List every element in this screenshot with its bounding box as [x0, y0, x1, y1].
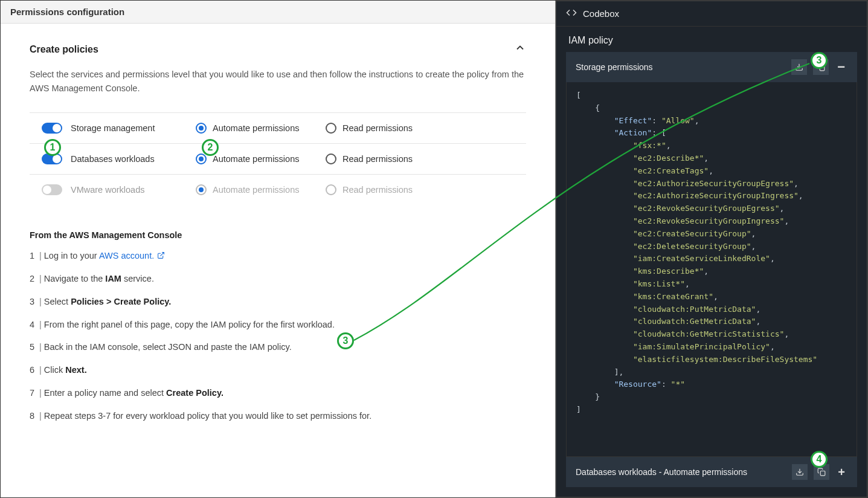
download-icon[interactable] [792, 464, 808, 480]
codebox-panel: Codebox IAM policy Storage permissions −… [556, 1, 867, 497]
svg-line-0 [161, 253, 164, 256]
instructions-list: 1|Log in to your AWS account. 2|Navigate… [30, 250, 526, 422]
section-label: Databases workloads - Automate permissio… [576, 467, 747, 477]
code-content: [ { "Effect": "Allow", "Action": [ "fsx:… [576, 89, 852, 416]
step-8: 8|Repeat steps 3-7 for every workload po… [30, 410, 526, 423]
external-link-icon [157, 250, 165, 258]
radio-automate[interactable] [196, 154, 207, 164]
codebox-header: Codebox [556, 1, 867, 27]
step-6: 6|Click Next. [30, 364, 526, 377]
radio-read[interactable] [326, 154, 336, 164]
radio-read[interactable] [326, 123, 336, 134]
copy-icon[interactable] [813, 59, 829, 75]
toggle-label: VMware workloads [71, 185, 145, 195]
section-label: Storage permissions [576, 62, 653, 72]
toggle-storage[interactable] [42, 123, 62, 134]
service-row-vmware: VMware workloads Automate permissions Re… [30, 174, 526, 205]
step-2: 2|Navigate to the IAM service. [30, 273, 526, 286]
radio-label: Automate permissions [213, 154, 299, 164]
collapse-icon[interactable] [514, 42, 526, 57]
code-section-storage: Storage permissions − [566, 52, 857, 82]
toggle-label: Storage management [71, 123, 155, 133]
permissions-panel: Permissions configuration Create policie… [1, 1, 556, 497]
card-title: Create policies [30, 44, 98, 55]
service-row-databases: Databases workloads Automate permissions… [30, 143, 526, 174]
svg-rect-2 [820, 66, 825, 71]
instructions-title: From the AWS Management Console [30, 230, 526, 240]
step-1: 1|Log in to your AWS account. [30, 250, 526, 263]
radio-label: Automate permissions [213, 185, 299, 195]
radio-label: Read permissions [342, 154, 413, 164]
toggle-databases[interactable] [42, 154, 62, 164]
card-description: Select the services and permissions leve… [30, 68, 526, 95]
iam-title: IAM policy [556, 27, 867, 52]
service-row-storage: Storage management Automate permissions … [30, 112, 526, 143]
step-4: 4|From the right panel of this page, cop… [30, 319, 526, 332]
code-body[interactable]: [ { "Effect": "Allow", "Action": [ "fsx:… [566, 82, 857, 457]
codebox-title: Codebox [583, 8, 619, 19]
copy-icon[interactable] [814, 464, 829, 480]
radio-label: Read permissions [342, 185, 413, 195]
aws-account-link[interactable]: AWS account. [99, 251, 154, 260]
step-5: 5|Back in the IAM console, select JSON a… [30, 341, 526, 354]
download-icon[interactable] [791, 59, 807, 75]
radio-automate[interactable] [196, 123, 207, 134]
expand-section-icon[interactable]: + [835, 465, 847, 479]
radio-automate [196, 184, 207, 195]
collapse-section-icon[interactable]: − [835, 59, 847, 75]
code-icon [566, 7, 577, 20]
code-section-databases: Databases workloads - Automate permissio… [566, 457, 857, 487]
step-7: 7|Enter a policy name and select Create … [30, 387, 526, 400]
panel-title: Permissions configuration [1, 1, 555, 24]
toggle-vmware[interactable] [42, 184, 62, 195]
toggle-label: Databases workloads [71, 154, 155, 164]
radio-label: Read permissions [342, 123, 413, 133]
step-3: 3|Select Policies > Create Policy. [30, 296, 526, 309]
radio-label: Automate permissions [213, 123, 299, 133]
radio-read [326, 184, 336, 195]
svg-rect-4 [821, 471, 826, 476]
